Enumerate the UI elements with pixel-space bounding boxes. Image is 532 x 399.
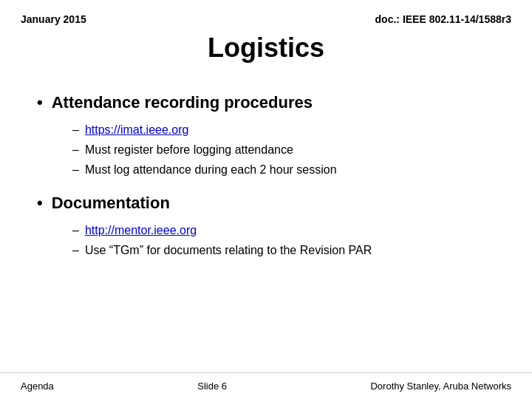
slide-header: January 2015 doc.: IEEE 802.11-14/1588r3 <box>0 0 532 25</box>
log-text: Must log attendance during each 2 hour s… <box>85 160 337 180</box>
documentation-label: Documentation <box>52 194 170 213</box>
footer-author: Dorothy Stanley, Aruba Networks <box>370 381 511 392</box>
slide: January 2015 doc.: IEEE 802.11-14/1588r3… <box>0 0 532 399</box>
header-doc: doc.: IEEE 802.11-14/1588r3 <box>375 13 511 25</box>
footer-agenda: Agenda <box>21 381 54 392</box>
title-section: Logistics <box>0 33 532 64</box>
bullet-dot-1: • <box>37 93 43 112</box>
imat-link[interactable]: https://imat.ieee.org <box>85 120 189 140</box>
dash-icon: – <box>72 120 79 140</box>
bullet-dot-2: • <box>37 194 43 213</box>
tgm-text: Use “TGm” for documents relating to the … <box>85 240 372 260</box>
documentation-heading: • Documentation <box>37 194 495 213</box>
list-item: – http://mentor.ieee.org <box>72 220 495 240</box>
dash-icon: – <box>72 220 79 240</box>
section-attendance: • Attendance recording procedures – http… <box>37 93 495 180</box>
slide-footer: Agenda Slide 6 Dorothy Stanley, Aruba Ne… <box>0 372 532 399</box>
slide-title: Logistics <box>0 33 532 64</box>
attendance-heading: • Attendance recording procedures <box>37 93 495 112</box>
dash-icon: – <box>72 140 79 160</box>
list-item: – Must register before logging attendanc… <box>72 140 495 160</box>
dash-icon: – <box>72 160 79 180</box>
header-date: January 2015 <box>21 13 86 25</box>
mentor-link[interactable]: http://mentor.ieee.org <box>85 220 197 240</box>
list-item: – Must log attendance during each 2 hour… <box>72 160 495 180</box>
register-text: Must register before logging attendance <box>85 140 293 160</box>
list-item: – https://imat.ieee.org <box>72 120 495 140</box>
footer-slide-number: Slide 6 <box>197 381 227 392</box>
section-documentation: • Documentation – http://mentor.ieee.org… <box>37 194 495 260</box>
slide-content: • Attendance recording procedures – http… <box>0 86 532 260</box>
attendance-list: – https://imat.ieee.org – Must register … <box>72 120 495 180</box>
dash-icon: – <box>72 240 79 260</box>
documentation-list: – http://mentor.ieee.org – Use “TGm” for… <box>72 220 495 260</box>
list-item: – Use “TGm” for documents relating to th… <box>72 240 495 260</box>
attendance-label: Attendance recording procedures <box>52 93 313 112</box>
